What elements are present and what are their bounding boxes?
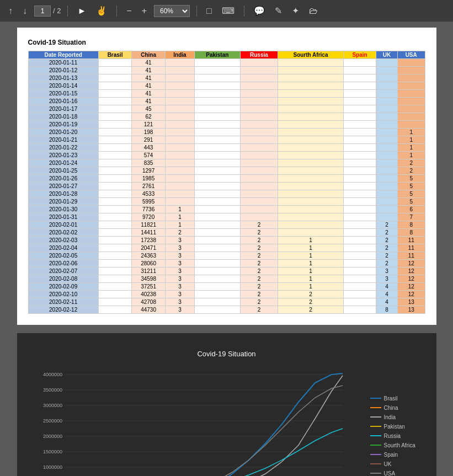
table-cell <box>165 113 194 121</box>
table-cell: 12 <box>397 283 425 291</box>
table-cell <box>343 82 376 90</box>
table-cell <box>343 136 376 144</box>
table-cell <box>343 206 376 213</box>
legend-uk-line <box>370 463 381 464</box>
table-cell <box>195 59 240 67</box>
table-cell: 62 <box>132 113 166 121</box>
page-number-input[interactable] <box>34 6 51 17</box>
table-cell: 2 <box>240 275 278 283</box>
table-cell <box>195 221 240 229</box>
table-cell: 198 <box>132 129 166 136</box>
table-cell <box>165 129 194 136</box>
table-cell <box>397 59 425 67</box>
table-cell <box>98 90 132 98</box>
table-cell: 2 <box>278 291 343 298</box>
hand-tool-button[interactable]: ✌ <box>93 4 110 17</box>
legend-pakistan-label: Pakistan <box>384 424 405 430</box>
col-pakistan: Pakistan <box>195 51 240 59</box>
table-cell <box>278 167 343 175</box>
table-cell: 2020-01-14 <box>28 82 98 90</box>
table-cell: 17238 <box>132 237 166 244</box>
table-cell: 1985 <box>132 175 166 183</box>
comment-button[interactable]: 💬 <box>251 4 268 17</box>
zoom-select[interactable]: 60% 75% 100% 125% 150% <box>154 5 190 17</box>
col-date: Date Reported <box>28 51 98 59</box>
table-cell <box>98 229 132 237</box>
table-cell: 2 <box>278 306 343 314</box>
table-row: 2020-01-1141 <box>28 59 425 67</box>
table-cell: 41 <box>132 90 166 98</box>
next-page-button[interactable]: ↓ <box>20 5 30 17</box>
table-cell: 2 <box>376 252 398 260</box>
legend-china-line <box>370 407 381 408</box>
cursor-tool-button[interactable]: ► <box>74 5 89 17</box>
table-cell <box>343 113 376 121</box>
fit-tool-button[interactable]: □ <box>204 5 215 17</box>
table-cell <box>397 98 425 105</box>
legend-brasil-line <box>370 398 381 399</box>
table-cell: 2 <box>397 167 425 175</box>
table-cell: 2020-01-13 <box>28 74 98 82</box>
table-cell <box>397 105 425 113</box>
table-cell: 1 <box>278 283 343 291</box>
legend-spain-label: Spain <box>384 452 398 458</box>
table-cell: 8 <box>397 229 425 237</box>
table-row: 2020-01-2959955 <box>28 198 425 206</box>
zoom-out-button[interactable]: − <box>124 5 134 17</box>
table-cell <box>376 98 398 105</box>
table-cell <box>278 175 343 183</box>
table-cell <box>376 82 398 90</box>
table-cell <box>195 260 240 268</box>
table-cell <box>278 221 343 229</box>
table-cell: 14411 <box>132 229 166 237</box>
keyboard-button[interactable]: ⌨ <box>219 4 237 17</box>
table-row: 2020-02-0628060321212 <box>28 260 425 268</box>
svg-text:3500000: 3500000 <box>42 387 62 393</box>
col-india: India <box>165 51 194 59</box>
table-row: 2020-02-0317238321211 <box>28 237 425 244</box>
table-cell <box>240 190 278 198</box>
table-cell: 2 <box>240 260 278 268</box>
pen-button[interactable]: ✎ <box>272 4 285 17</box>
prev-page-button[interactable]: ↑ <box>6 5 15 17</box>
table-cell <box>165 144 194 152</box>
table-cell <box>240 98 278 105</box>
table-cell <box>195 74 240 82</box>
table-cell <box>343 306 376 314</box>
table-cell: 2 <box>397 159 425 167</box>
table-cell <box>195 121 240 129</box>
line-chart: 4000000 3500000 3000000 2500000 2000000 … <box>34 363 354 476</box>
table-row: 2020-01-248352 <box>28 159 425 167</box>
table-cell <box>195 283 240 291</box>
table-cell: 2 <box>165 229 194 237</box>
table-cell <box>278 198 343 206</box>
table-cell <box>165 82 194 90</box>
table-cell: 11 <box>397 237 425 244</box>
legend-india: India <box>370 414 420 420</box>
svg-text:4000000: 4000000 <box>42 372 62 377</box>
table-cell: 41 <box>132 74 166 82</box>
col-usa: USA <box>397 51 425 59</box>
table-title: Covid-19 Situation <box>28 39 425 46</box>
table-cell <box>195 237 240 244</box>
highlight-button[interactable]: ✦ <box>289 4 302 17</box>
table-row: 2020-02-02144112228 <box>28 229 425 237</box>
table-row: 2020-02-0731211321312 <box>28 268 425 275</box>
table-cell <box>343 213 376 221</box>
table-cell: 11 <box>397 252 425 260</box>
table-cell: 2020-02-06 <box>28 260 98 268</box>
table-cell: 12 <box>397 260 425 268</box>
zoom-in-button[interactable]: + <box>139 5 150 17</box>
legend-southafrica-line <box>370 445 381 446</box>
table-cell <box>195 298 240 306</box>
table-cell <box>278 206 343 213</box>
table-cell: 2 <box>376 237 398 244</box>
table-cell <box>376 152 398 159</box>
table-cell <box>343 198 376 206</box>
table-cell: 1 <box>278 275 343 283</box>
table-row: 2020-01-2845335 <box>28 190 425 198</box>
table-cell: 7736 <box>132 206 166 213</box>
export-button[interactable]: 🗁 <box>306 5 321 17</box>
table-header-row: Date Reported Brasil China India Pakista… <box>28 51 425 59</box>
covid-table: Date Reported Brasil China India Pakista… <box>28 51 425 314</box>
